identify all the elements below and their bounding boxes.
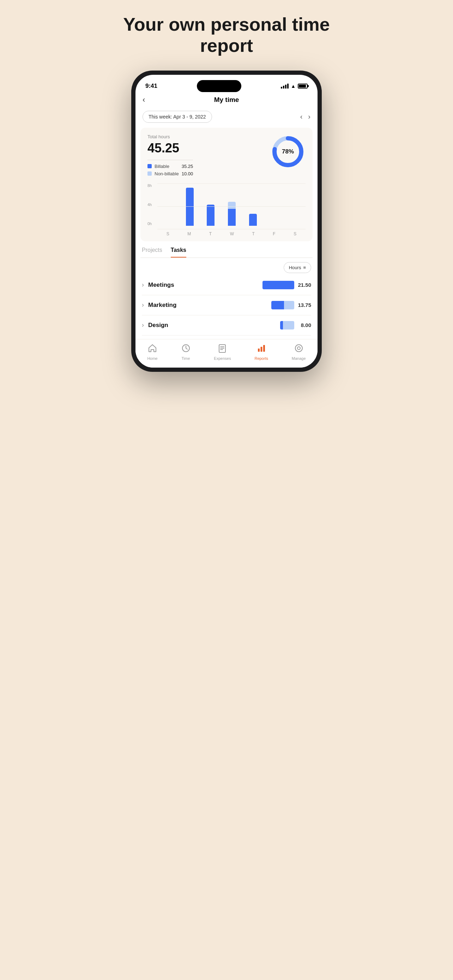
marketing-bar (271, 301, 294, 309)
x-label-s1: S (167, 231, 169, 236)
bar-chart: 8h 4h 0h (148, 183, 305, 236)
design-bar (280, 321, 294, 329)
prev-week-button[interactable]: ‹ (300, 113, 303, 121)
week-selector: This week: Apr 3 - 9, 2022 ‹ › (135, 107, 318, 126)
task-name-marketing: Marketing (148, 302, 271, 309)
chart-grid (157, 183, 305, 229)
x-label-m: M (188, 231, 191, 236)
x-label-s2: S (294, 231, 296, 236)
task-row-meetings[interactable]: › Meetings 21.50 (142, 275, 311, 295)
total-hours-value: 45.25 (148, 141, 193, 156)
nav-home-label: Home (147, 356, 157, 361)
svg-point-7 (295, 345, 302, 352)
tabs-section: Projects Tasks Hours ≡ › Meetings (140, 247, 313, 336)
next-week-button[interactable]: › (308, 113, 310, 121)
tab-projects[interactable]: Projects (142, 247, 162, 258)
nav-manage-label: Manage (292, 356, 306, 361)
back-button[interactable]: ‹ (143, 95, 145, 104)
signal-icon (281, 84, 289, 89)
expenses-icon (218, 344, 227, 355)
marketing-value: 13.75 (298, 302, 311, 308)
donut-chart: 78% (270, 134, 305, 169)
x-label-f: F (273, 231, 275, 236)
week-label[interactable]: This week: Apr 3 - 9, 2022 (143, 111, 212, 123)
nav-time-label: Time (182, 356, 190, 361)
task-bar-meetings: 21.50 (262, 281, 311, 289)
divider (148, 160, 193, 160)
svg-rect-6 (263, 345, 265, 352)
design-value: 8.00 (298, 322, 311, 328)
page-headline: Your own personal time report (113, 14, 340, 56)
expand-meetings-icon: › (142, 281, 144, 289)
task-row-marketing[interactable]: › Marketing 13.75 (142, 295, 311, 315)
task-row-design[interactable]: › Design 8.00 (142, 315, 311, 336)
task-name-design: Design (148, 322, 280, 329)
task-bar-design: 8.00 (280, 321, 311, 329)
nonbillable-legend: Non-billable 10.00 (148, 171, 193, 177)
nav-manage[interactable]: Manage (292, 344, 306, 361)
filter-icon: ≡ (303, 265, 306, 270)
phone-screen: 9:41 ▲ ‹ My time This wee (135, 75, 318, 368)
tab-bar: Projects Tasks (140, 247, 313, 258)
task-name-meetings: Meetings (148, 282, 262, 289)
tab-tasks[interactable]: Tasks (171, 247, 186, 258)
stats-card: Total hours 45.25 Billable 35.25 Non-bil… (140, 128, 313, 241)
svg-point-8 (297, 347, 300, 350)
time-icon (181, 344, 191, 355)
task-bar-marketing: 13.75 (271, 301, 311, 309)
bottom-nav: Home Time (135, 339, 318, 368)
hours-filter-label: Hours (289, 265, 301, 270)
status-icons: ▲ (281, 83, 308, 89)
nav-expenses[interactable]: Expenses (214, 344, 231, 361)
phone-frame: 9:41 ▲ ‹ My time This wee (131, 70, 322, 372)
expand-design-icon: › (142, 321, 144, 329)
x-label-w: W (230, 231, 234, 236)
filter-row: Hours ≡ (140, 258, 313, 275)
svg-rect-5 (261, 347, 262, 352)
nonbillable-label: Non-billable (154, 171, 179, 177)
meetings-value: 21.50 (298, 282, 311, 288)
manage-icon (294, 344, 304, 355)
expand-marketing-icon: › (142, 301, 144, 309)
week-navigation: ‹ › (300, 113, 310, 121)
nav-reports-label: Reports (254, 356, 268, 361)
nav-reports[interactable]: Reports (254, 344, 268, 361)
total-hours-label: Total hours (148, 134, 193, 139)
svg-rect-4 (258, 348, 260, 352)
battery-icon (298, 84, 308, 89)
nav-home[interactable]: Home (147, 344, 157, 361)
screen-title: My time (214, 96, 239, 104)
nav-expenses-label: Expenses (214, 356, 231, 361)
billable-value: 35.25 (182, 164, 193, 169)
billable-label: Billable (154, 164, 169, 169)
meetings-bar (262, 281, 294, 289)
home-icon (148, 344, 157, 355)
x-label-t2: T (252, 231, 255, 236)
reports-icon (257, 344, 266, 355)
hours-filter-button[interactable]: Hours ≡ (284, 262, 311, 273)
notch (197, 80, 241, 92)
billable-color-dot (148, 164, 152, 168)
nonbillable-value: 10.00 (182, 171, 193, 177)
billable-legend: Billable 35.25 (148, 164, 193, 169)
x-axis-labels: S M T W T F S (157, 229, 305, 236)
task-list: › Meetings 21.50 › Marketing (140, 275, 313, 336)
app-header: ‹ My time (135, 92, 318, 107)
nav-time[interactable]: Time (181, 344, 191, 361)
donut-percent: 78% (282, 148, 294, 155)
status-bar: 9:41 ▲ (135, 75, 318, 92)
wifi-icon: ▲ (291, 83, 296, 89)
nonbillable-color-dot (148, 172, 152, 176)
status-time: 9:41 (145, 83, 157, 90)
x-label-t1: T (209, 231, 212, 236)
